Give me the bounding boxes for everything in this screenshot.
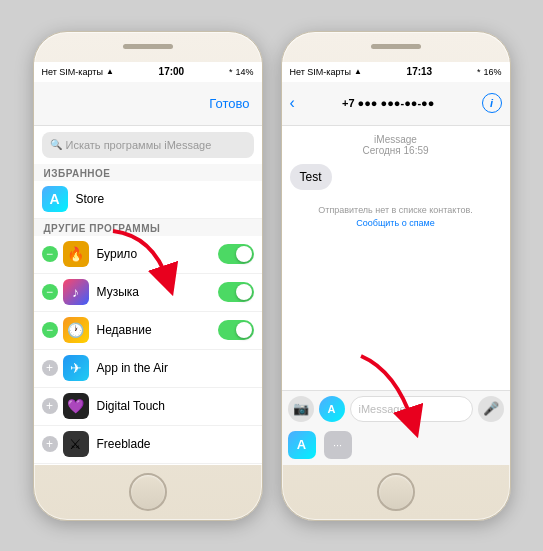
nedavnie-icon: 🕐: [63, 317, 89, 343]
burilo-left: − 🔥: [42, 241, 89, 267]
more-icon: ···: [333, 439, 342, 451]
contact-number: +7 ●●● ●●●-●●-●●: [301, 97, 476, 109]
message-row: Test: [290, 164, 502, 190]
music-icon: ♪: [63, 279, 89, 305]
left-phone-bottom: [34, 465, 262, 520]
music-icon-char: ♪: [72, 284, 79, 300]
spam-link[interactable]: Сообщить о спаме: [356, 218, 435, 228]
apps-store-button[interactable]: A: [288, 431, 316, 459]
done-button[interactable]: Готово: [209, 96, 249, 111]
nedavnie-name: Недавние: [97, 323, 210, 337]
store-icon: A: [42, 186, 68, 212]
right-status-bar: Нет SIM-карты ▲ 17:13 * 16%: [282, 62, 510, 82]
air-icon-char: ✈: [70, 360, 82, 376]
message-input[interactable]: iMessage: [350, 396, 473, 422]
appstore-button[interactable]: A: [319, 396, 345, 422]
air-left: + ✈: [42, 355, 89, 381]
camera-button[interactable]: 📷: [288, 396, 314, 422]
left-nav-bar: Готово: [34, 82, 262, 126]
freeblade-icon-char: ⚔: [69, 436, 82, 452]
left-phone-shell: Нет SIM-карты ▲ 17:00 * 14% Готово 🔍 Иск…: [33, 31, 263, 521]
left-home-button[interactable]: [129, 473, 167, 511]
store-app-name: Store: [76, 192, 254, 206]
music-toggle[interactable]: [218, 282, 254, 302]
air-add-btn[interactable]: +: [42, 360, 58, 376]
list-item[interactable]: − 🔥 Бурило: [34, 236, 262, 274]
left-bluetooth-icon: *: [229, 67, 233, 77]
burilo-toggle[interactable]: [218, 244, 254, 264]
sender-notice: Отправитель нет в списке контактов. Сооб…: [290, 204, 502, 231]
input-toolbar: 📷 A iMessage 🎤 A ···: [282, 390, 510, 465]
message-input-placeholder: iMessage: [359, 403, 406, 415]
freeblade-icon: ⚔: [63, 431, 89, 457]
back-arrow-icon[interactable]: ‹: [290, 94, 295, 112]
search-placeholder-text: Искать программы iMessage: [66, 139, 212, 151]
left-screen: Готово 🔍 Искать программы iMessage ИЗБРА…: [34, 82, 262, 465]
burilo-add-btn[interactable]: −: [42, 246, 58, 262]
imessage-header: iMessage Сегодня 16:59: [290, 134, 502, 156]
right-status-right: * 16%: [477, 67, 502, 77]
music-left: − ♪: [42, 279, 89, 305]
message-area: iMessage Сегодня 16:59 Test Отправитель …: [282, 126, 510, 390]
message-bubble: Test: [290, 164, 332, 190]
freeblade-name: Freeblade: [97, 437, 254, 451]
right-home-button[interactable]: [377, 473, 415, 511]
right-bluetooth-icon: *: [477, 67, 481, 77]
other-header: ДРУГИЕ ПРОГРАММЫ: [34, 219, 262, 236]
nedavnie-add-btn[interactable]: −: [42, 322, 58, 338]
store-icon-char: A: [49, 191, 59, 207]
contact-info: +7 ●●● ●●●-●●-●●: [301, 97, 476, 109]
digital-name: Digital Touch: [97, 399, 254, 413]
right-wifi-icon: ▲: [354, 67, 362, 76]
app-list: ИЗБРАННОЕ A Store ДРУГИЕ ПРОГРАММЫ − 🔥: [34, 164, 262, 465]
burilo-icon: 🔥: [63, 241, 89, 267]
list-item[interactable]: + ✈ App in the Air: [34, 350, 262, 388]
list-item[interactable]: + 💜 Digital Touch: [34, 388, 262, 426]
imessage-date: Сегодня 16:59: [362, 145, 428, 156]
right-carrier: Нет SIM-карты: [290, 67, 351, 77]
digital-icon: 💜: [63, 393, 89, 419]
imessage-service: iMessage: [374, 134, 417, 145]
digital-left: + 💜: [42, 393, 89, 419]
left-battery: 14%: [235, 67, 253, 77]
air-name: App in the Air: [97, 361, 254, 375]
nedavnie-toggle[interactable]: [218, 320, 254, 340]
music-name: Музыка: [97, 285, 210, 299]
apps-row: A ···: [282, 427, 510, 465]
right-time: 17:13: [407, 66, 433, 77]
list-item[interactable]: + ⚔ Freeblade: [34, 426, 262, 464]
more-button[interactable]: ···: [324, 431, 352, 459]
apps-store-icon: A: [297, 437, 306, 452]
search-bar[interactable]: 🔍 Искать программы iMessage: [42, 132, 254, 158]
right-nav-bar: ‹ +7 ●●● ●●●-●●-●● i: [282, 82, 510, 126]
nedavnie-icon-char: 🕐: [67, 322, 84, 338]
right-screen: ‹ +7 ●●● ●●●-●●-●● i iMessage Сегодня 16…: [282, 82, 510, 465]
air-icon: ✈: [63, 355, 89, 381]
digital-add-btn[interactable]: +: [42, 398, 58, 414]
left-time: 17:00: [159, 66, 185, 77]
burilo-name: Бурило: [97, 247, 210, 261]
list-item[interactable]: − ♪ Музыка: [34, 274, 262, 312]
search-icon: 🔍: [50, 139, 62, 150]
digital-icon-char: 💜: [67, 398, 84, 414]
sender-notice-text: Отправитель нет в списке контактов.: [318, 205, 472, 215]
list-item[interactable]: − 🕐 Недавние: [34, 312, 262, 350]
left-carrier: Нет SIM-карты: [42, 67, 103, 77]
right-phone-shell: Нет SIM-карты ▲ 17:13 * 16% ‹ +7 ●●● ●●●…: [281, 31, 511, 521]
left-status-bar: Нет SIM-карты ▲ 17:00 * 14%: [34, 62, 262, 82]
right-status-left: Нет SIM-карты ▲: [290, 67, 362, 77]
favorites-header: ИЗБРАННОЕ: [34, 164, 262, 181]
phone-left: Нет SIM-карты ▲ 17:00 * 14% Готово 🔍 Иск…: [33, 31, 263, 521]
burilo-icon-char: 🔥: [67, 246, 84, 262]
nedavnie-left: − 🕐: [42, 317, 89, 343]
info-button[interactable]: i: [482, 93, 502, 113]
input-row: 📷 A iMessage 🎤: [282, 391, 510, 427]
left-status-right: * 14%: [229, 67, 254, 77]
music-add-btn[interactable]: −: [42, 284, 58, 300]
freeblade-add-btn[interactable]: +: [42, 436, 58, 452]
list-item[interactable]: A Store: [34, 181, 262, 219]
mic-button[interactable]: 🎤: [478, 396, 504, 422]
right-speaker: [371, 44, 421, 49]
left-speaker: [123, 44, 173, 49]
left-phone-top: [34, 32, 262, 62]
